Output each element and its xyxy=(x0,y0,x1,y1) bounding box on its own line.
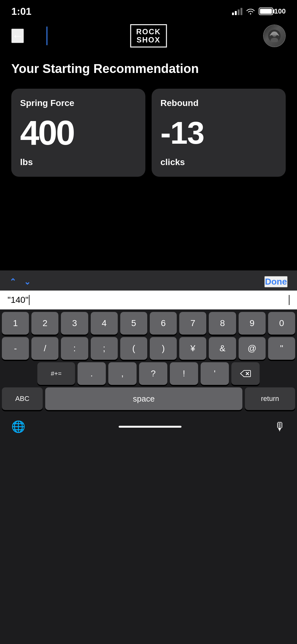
key-9[interactable]: 9 xyxy=(239,312,266,335)
key-2[interactable]: 2 xyxy=(31,312,58,335)
keyboard-area: ⌃ ⌄ Done "140" 1 2 3 4 5 6 7 8 9 0 - / : xyxy=(0,270,297,644)
cards-row: Spring Force 400 lbs Rebound -13 clicks xyxy=(11,89,286,177)
key-period[interactable]: . xyxy=(78,362,106,385)
key-comma[interactable]: , xyxy=(108,362,137,385)
logo-line2: SHOX xyxy=(136,36,161,44)
toolbar-down-arrow[interactable]: ⌄ xyxy=(24,277,31,287)
rebound-value: -13 xyxy=(160,117,277,148)
key-apostrophe[interactable]: ' xyxy=(201,362,229,385)
logo-line1: ROCK xyxy=(136,28,161,36)
done-button[interactable]: Done xyxy=(264,276,288,287)
page-title: Your Starting Recommendation xyxy=(11,61,286,76)
rebound-unit: clicks xyxy=(160,157,277,167)
spring-force-unit: lbs xyxy=(20,157,137,167)
globe-icon[interactable]: 🌐 xyxy=(11,420,25,433)
key-4[interactable]: 4 xyxy=(91,312,118,335)
home-indicator xyxy=(119,426,181,428)
keyboard-toolbar: ⌃ ⌄ Done xyxy=(0,270,297,291)
key-at[interactable]: @ xyxy=(239,337,266,360)
back-button[interactable]: ← xyxy=(11,29,24,43)
key-yen[interactable]: ¥ xyxy=(179,337,206,360)
key-quote[interactable]: " xyxy=(268,337,295,360)
key-5[interactable]: 5 xyxy=(120,312,147,335)
key-semicolon[interactable]: ; xyxy=(91,337,118,360)
text-cursor-end xyxy=(289,295,289,305)
key-return[interactable]: return xyxy=(245,387,295,410)
toolbar-nav: ⌃ ⌄ xyxy=(9,277,31,287)
key-space[interactable]: space xyxy=(45,387,242,410)
microphone-icon[interactable]: 🎙 xyxy=(274,420,286,433)
key-question[interactable]: ? xyxy=(139,362,167,385)
spring-force-value: 400 xyxy=(20,115,137,150)
key-7[interactable]: 7 xyxy=(179,312,206,335)
signal-icon xyxy=(232,8,242,15)
key-exclaim[interactable]: ! xyxy=(170,362,198,385)
key-0[interactable]: 0 xyxy=(268,312,295,335)
symbol-row-1: - / : ; ( ) ¥ & @ " xyxy=(2,337,295,360)
battery-icon: 100 xyxy=(259,7,286,15)
input-preview[interactable]: "140" xyxy=(0,291,297,309)
status-bar: 1:01 100 xyxy=(0,0,297,20)
spring-force-label: Spring Force xyxy=(20,98,137,108)
key-open-paren[interactable]: ( xyxy=(120,337,147,360)
main-content: Your Starting Recommendation Spring Forc… xyxy=(0,52,297,177)
key-abc[interactable]: ABC xyxy=(2,387,43,410)
delete-key[interactable] xyxy=(231,362,260,385)
user-avatar[interactable] xyxy=(263,25,286,47)
rockshox-logo: ROCK SHOX xyxy=(130,24,167,48)
number-row: 1 2 3 4 5 6 7 8 9 0 xyxy=(2,312,295,335)
spring-force-card: Spring Force 400 lbs xyxy=(11,89,145,177)
key-shift-sym[interactable]: #+= xyxy=(37,362,75,385)
wifi-icon xyxy=(246,8,256,15)
key-colon[interactable]: : xyxy=(61,337,88,360)
key-slash[interactable]: / xyxy=(31,337,58,360)
battery-percent: 100 xyxy=(274,7,286,15)
key-1[interactable]: 1 xyxy=(2,312,29,335)
keyboard-section: 1 2 3 4 5 6 7 8 9 0 - / : ; ( ) ¥ & @ " … xyxy=(0,309,297,415)
input-text: "140" xyxy=(8,295,29,305)
status-icons: 100 xyxy=(232,7,286,15)
key-close-paren[interactable]: ) xyxy=(150,337,177,360)
toolbar-up-arrow[interactable]: ⌃ xyxy=(9,277,16,287)
avatar-image xyxy=(268,30,281,42)
nav-bar: ← ROCK SHOX xyxy=(0,20,297,52)
symbol-row-2: #+= . , ? ! ' xyxy=(2,362,295,385)
rebound-card: Rebound -13 clicks xyxy=(152,89,286,177)
keyboard-bottom: 🌐 🎙 xyxy=(0,415,297,440)
status-time: 1:01 xyxy=(11,6,31,17)
text-cursor xyxy=(29,295,30,305)
key-8[interactable]: 8 xyxy=(209,312,236,335)
cursor-indicator xyxy=(46,26,47,45)
delete-icon xyxy=(240,369,251,378)
key-minus[interactable]: - xyxy=(2,337,29,360)
key-3[interactable]: 3 xyxy=(61,312,88,335)
bottom-row: ABC space return xyxy=(2,387,295,410)
rebound-label: Rebound xyxy=(160,98,277,108)
key-ampersand[interactable]: & xyxy=(209,337,236,360)
key-6[interactable]: 6 xyxy=(150,312,177,335)
